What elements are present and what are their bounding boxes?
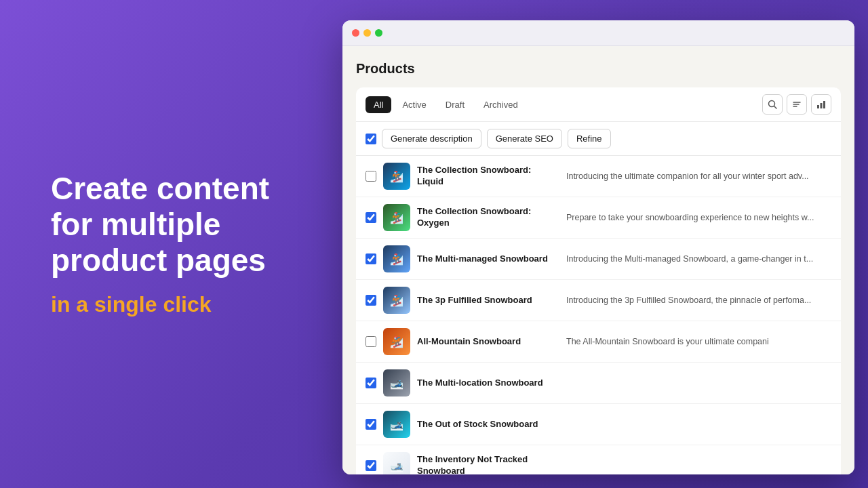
hero-subtitle: in a single click [51,292,271,317]
thumb-icon: 🎿 [390,418,403,431]
left-panel: Create content for multiple product page… [0,130,312,358]
product-checkbox-7[interactable] [366,419,376,430]
tab-archived[interactable]: Archived [475,96,526,113]
svg-rect-6 [821,103,823,108]
product-thumb-4: 🏂 [383,287,410,314]
product-info-2: The Collection Snowboard: Oxygen [417,206,559,229]
refine-button[interactable]: Refine [568,129,611,148]
product-row: 🏂The Collection Snowboard: LiquidIntrodu… [356,156,841,197]
browser-dots [352,29,382,37]
product-name: The 3p Fulfilled Snowboard [417,295,559,306]
product-info-5: All-Mountain Snowboard [417,336,559,348]
product-row: 🏂The 3p Fulfilled SnowboardIntroducing t… [356,280,841,321]
tab-all[interactable]: All [366,96,391,113]
chart-icon-button[interactable] [811,94,831,115]
product-checkbox-5[interactable] [366,336,376,347]
product-thumb-7: 🎿 [383,411,410,438]
product-card: All Active Draft Archived [356,87,841,474]
search-icon [768,100,777,109]
dot-yellow [363,29,371,37]
product-row: 🏂The Collection Snowboard: OxygenPrepare… [356,197,841,239]
product-checkbox-4[interactable] [366,295,376,306]
product-info-8: The Inventory Not Tracked Snowboard [417,454,559,474]
tab-draft[interactable]: Draft [437,96,473,113]
product-row: 🎿The Out of Stock Snowboard [356,404,841,445]
product-thumb-2: 🏂 [383,204,410,231]
product-description: Introducing the ultimate companion for a… [566,171,831,181]
product-list: 🏂The Collection Snowboard: LiquidIntrodu… [356,156,841,474]
product-thumb-5: 🏂 [383,328,410,355]
product-row: 🎿The Inventory Not Tracked Snowboard [356,445,841,474]
product-info-4: The 3p Fulfilled Snowboard [417,295,559,306]
product-thumb-1: 🏂 [383,163,410,190]
tabs-row: All Active Draft Archived [356,87,841,122]
product-checkbox-8[interactable] [366,460,376,471]
tabs-right [762,94,831,115]
thumb-icon: 🏂 [390,253,403,266]
svg-rect-7 [823,101,825,108]
toolbar-row: Generate description Generate SEO Refine [356,122,841,156]
product-checkbox-3[interactable] [366,253,376,264]
product-info-7: The Out of Stock Snowboard [417,419,559,430]
master-checkbox[interactable] [366,134,376,144]
generate-seo-button[interactable]: Generate SEO [487,129,562,148]
product-name: The Collection Snowboard: Liquid [417,165,559,188]
product-name: The Multi-location Snowboard [417,378,559,389]
thumb-icon: 🎿 [390,377,403,390]
product-name: All-Mountain Snowboard [417,336,559,348]
tab-active[interactable]: Active [394,96,434,113]
hero-title: Create content for multiple product page… [51,171,271,279]
thumb-icon: 🏂 [390,294,403,307]
page-title: Products [356,61,841,77]
product-description: The All-Mountain Snowboard is your ultim… [566,337,831,346]
product-name: The Out of Stock Snowboard [417,419,559,430]
product-checkbox-1[interactable] [366,171,376,182]
tabs-left: All Active Draft Archived [366,96,762,113]
browser-window: Products All Active Draft Archived [342,20,854,474]
product-thumb-6: 🎿 [383,369,410,396]
browser-bar [342,20,854,46]
product-name: The Inventory Not Tracked Snowboard [417,454,559,474]
product-description: Introducing the Multi-managed Snowboard,… [566,254,831,264]
product-info-6: The Multi-location Snowboard [417,378,559,389]
svg-rect-5 [817,105,819,108]
chart-icon [816,100,826,109]
products-panel: Products All Active Draft Archived [342,46,854,474]
product-name: The Collection Snowboard: Oxygen [417,206,559,229]
thumb-icon: 🏂 [390,170,403,183]
product-checkbox-6[interactable] [366,378,376,388]
thumb-icon: 🎿 [390,460,403,472]
generate-description-button[interactable]: Generate description [382,129,481,148]
svg-line-1 [774,106,777,109]
product-description: Prepare to take your snowboarding experi… [566,213,831,222]
sort-icon-button[interactable] [787,94,807,115]
search-icon-button[interactable] [762,94,783,115]
dot-green [375,29,382,37]
product-row: 🎿The Multi-location Snowboard [356,363,841,404]
product-thumb-3: 🏂 [383,245,410,272]
dot-red [352,29,359,37]
product-checkbox-2[interactable] [366,212,376,223]
product-description: Introducing the 3p Fulfilled Snowboard, … [566,296,831,305]
thumb-icon: 🏂 [390,336,403,348]
product-row: 🏂All-Mountain SnowboardThe All-Mountain … [356,321,841,363]
sort-icon [792,100,802,109]
product-row: 🏂The Multi-managed SnowboardIntroducing … [356,239,841,280]
product-thumb-8: 🎿 [383,452,410,474]
product-name: The Multi-managed Snowboard [417,253,559,265]
product-info-3: The Multi-managed Snowboard [417,253,559,265]
thumb-icon: 🏂 [390,211,403,224]
product-info-1: The Collection Snowboard: Liquid [417,165,559,188]
